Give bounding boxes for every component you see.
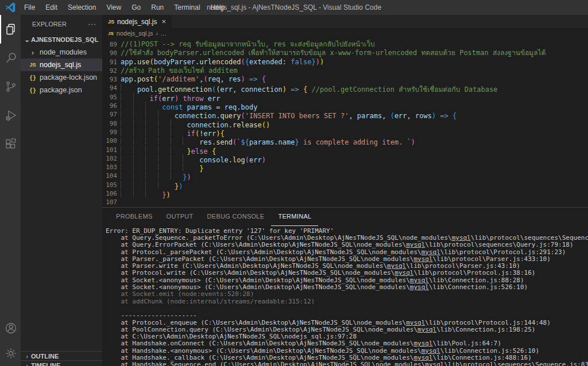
code-line[interactable]: 93app.post('/additem',(req, res) => {	[102, 75, 588, 84]
code-text: const params = req.body	[121, 102, 257, 110]
explorer-header: EXPLORER ···	[21, 15, 102, 33]
explorer-icon[interactable]	[0, 15, 21, 44]
json-file-icon: {}	[28, 87, 37, 94]
vscode-logo-icon[interactable]	[5, 2, 16, 13]
line-number[interactable]: 101	[102, 146, 117, 154]
source-control-icon[interactable]	[0, 72, 21, 101]
account-icon[interactable]	[0, 316, 21, 341]
line-number[interactable]: 97	[102, 110, 117, 119]
terminal-link[interactable]: mysql	[413, 354, 432, 361]
menu-terminal[interactable]: Terminal	[169, 0, 205, 15]
code-line[interactable]: 97 connection.query('INSERT INTO beers S…	[102, 110, 588, 119]
terminal-line: at Protocol.write (C:\Users\Admin\Deskto…	[106, 270, 588, 277]
more-actions-icon[interactable]: ···	[88, 20, 96, 28]
code-text: app.use(bodyParser.urlencoded({extended:…	[121, 58, 324, 67]
panel-tab-problems[interactable]: PROBLEMS	[109, 208, 160, 226]
code-text: connection.release()	[121, 119, 270, 128]
extensions-icon[interactable]	[0, 130, 21, 158]
code-line[interactable]: 94 pool.getConnection((err, connection) …	[102, 84, 588, 92]
code-line[interactable]: 96 const params = req.body	[102, 102, 588, 110]
code-editor[interactable]: 89//(1)POST --> req รับข้อมูลมาจากหน้าเว…	[102, 38, 588, 207]
line-number[interactable]: 104	[102, 172, 117, 180]
code-line[interactable]: 103 }	[102, 163, 588, 172]
menu-file[interactable]: File	[19, 0, 40, 15]
code-line[interactable]: 89//(1)POST --> req รับข้อมูลมาจากหน้าเว…	[102, 40, 588, 49]
line-number[interactable]: 98	[102, 119, 117, 128]
code-line[interactable]: 104})	[102, 172, 588, 180]
breadcrumb-file[interactable]: nodejs_sql.js	[117, 30, 153, 37]
line-number[interactable]: 93	[102, 75, 117, 84]
line-number[interactable]: 103	[102, 163, 117, 172]
code-line[interactable]: 92//สร้าง Path ของเว็บไซต์ additem	[102, 67, 588, 75]
menu-view[interactable]: View	[101, 0, 126, 15]
line-number[interactable]: 94	[102, 84, 117, 92]
line-number[interactable]: 100	[102, 137, 117, 145]
code-line[interactable]: 107	[102, 198, 588, 207]
code-line[interactable]: 105 })	[102, 181, 588, 189]
line-number[interactable]: 106	[102, 189, 117, 198]
menu-help[interactable]: Help	[206, 0, 230, 15]
line-number[interactable]: 92	[102, 67, 117, 75]
code-line[interactable]: 95 if(err) throw err	[102, 93, 588, 102]
menu-selection[interactable]: Selection	[63, 0, 101, 15]
terminal-link[interactable]: mysql	[394, 269, 413, 277]
code-line[interactable]: 100 res.send(`${params.name} is complete…	[102, 137, 588, 145]
terminal-output[interactable]: Error: ER_DUP_ENTRY: Duplicate entry '12…	[102, 226, 588, 366]
line-number[interactable]: 91	[102, 58, 117, 67]
terminal-link[interactable]: mysql	[406, 319, 425, 326]
tab-nodejs-sql-js[interactable]: JS nodejs_sql.js ×	[102, 15, 172, 28]
terminal-line: at Protocol._parsePacket (C:\Users\Admin…	[106, 249, 588, 256]
explorer-root-folder[interactable]: ⌄ AJNESTNODEJS_SQL	[21, 33, 102, 46]
breadcrumb-symbol-more[interactable]: ...	[161, 30, 166, 37]
panel-tab-debug-console[interactable]: DEBUG CONSOLE	[200, 208, 272, 226]
code-text: res.send(`${params.name} is complete add…	[121, 137, 415, 145]
terminal-link[interactable]: mysql	[387, 262, 406, 270]
terminal-link[interactable]: mysql	[413, 340, 432, 347]
search-icon[interactable]	[0, 44, 21, 72]
terminal-link[interactable]: mysql	[452, 234, 471, 242]
line-number[interactable]: 96	[102, 102, 117, 110]
sidebar-item-nodejs-sql-js[interactable]: JSnodejs_sql.js	[21, 59, 102, 71]
terminal-link[interactable]: mysql	[410, 283, 429, 291]
code-line[interactable]: 98 connection.release()	[102, 119, 588, 128]
line-number[interactable]: 105	[102, 181, 117, 189]
menu-run[interactable]: Run	[146, 0, 169, 15]
section-outline[interactable]: ›OUTLINE	[21, 351, 102, 360]
terminal-link[interactable]: mysql	[413, 255, 432, 263]
sidebar-item-package-lock-json[interactable]: {}package-lock.json	[21, 71, 102, 84]
code-line[interactable]: 101 }else {	[102, 146, 588, 154]
panel-tab-output[interactable]: OUTPUT	[160, 208, 200, 226]
panel-tab-terminal[interactable]: TERMINAL	[271, 208, 318, 226]
code-line[interactable]: 106 })	[102, 189, 588, 198]
terminal-link[interactable]: mysql	[425, 361, 444, 366]
code-line[interactable]: 102 console.log(err)	[102, 154, 588, 163]
line-number[interactable]: 89	[102, 40, 117, 49]
settings-icon[interactable]	[0, 341, 21, 366]
line-number[interactable]: 107	[102, 198, 117, 207]
line-number[interactable]: 102	[102, 154, 117, 163]
indent-guide	[121, 102, 133, 110]
terminal-link[interactable]: mysql	[421, 248, 440, 256]
close-icon[interactable]: ×	[161, 17, 166, 26]
line-number[interactable]: 90	[102, 49, 117, 57]
indent-guide	[145, 172, 158, 180]
menu-go[interactable]: Go	[126, 0, 146, 15]
terminal-link[interactable]: mysql	[406, 241, 425, 248]
indent-guide	[121, 93, 133, 101]
sidebar-item-package-json[interactable]: {}package.json	[21, 84, 102, 96]
line-number[interactable]: 95	[102, 93, 117, 102]
section-timeline[interactable]: ›TIMELINE	[21, 360, 102, 366]
terminal-link[interactable]: mysql	[410, 277, 429, 284]
indent-guide	[171, 146, 183, 154]
menu-edit[interactable]: Edit	[40, 0, 63, 15]
terminal-link[interactable]: mysql	[421, 347, 440, 355]
indent-guide	[121, 181, 133, 189]
code-line[interactable]: 91app.use(bodyParser.urlencoded({extende…	[102, 58, 588, 67]
code-line[interactable]: 90//ใช้คำสั่ง bodyParser.urlencoded เพื่…	[102, 49, 588, 57]
sidebar-item-node-modules[interactable]: ›node_modules	[21, 46, 102, 59]
chevron-right-icon: ›	[156, 30, 158, 37]
code-line[interactable]: 99 if(!err){	[102, 128, 588, 137]
terminal-link[interactable]: mysql	[417, 326, 436, 333]
run-and-debug-icon[interactable]	[0, 101, 21, 130]
line-number[interactable]: 99	[102, 128, 117, 137]
